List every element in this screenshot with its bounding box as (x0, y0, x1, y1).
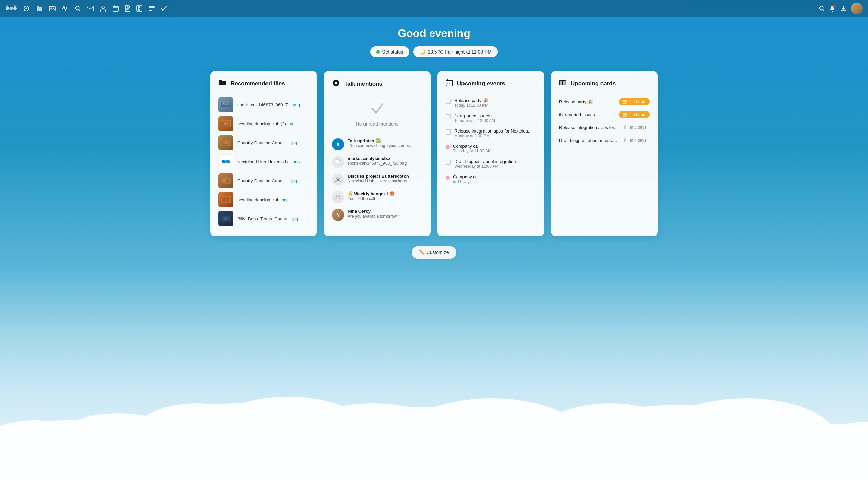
calendar-icon[interactable] (113, 5, 119, 12)
event-checkbox-2[interactable] (446, 114, 451, 119)
deck-icon[interactable] (136, 5, 142, 12)
events-icon (446, 79, 453, 88)
talk-msg-1: - You can now change your camer... (348, 143, 422, 148)
recommended-files-card: Recommended files sports-car-146873_960_… (210, 71, 317, 236)
event-dot-4 (446, 145, 450, 149)
file-item-6[interactable]: new line dancing club.jpg (218, 190, 309, 209)
svg-point-58 (224, 217, 228, 220)
svg-rect-15 (526, 454, 831, 488)
file-item-3[interactable]: Country-Dancing-Arthur_....jpg (218, 133, 309, 152)
event-content-1: Release party 🎉 Today at 11:00 PM (454, 98, 488, 108)
talk-avatar-4 (332, 191, 344, 203)
event-time-4: Tuesday at 11:00 AM (453, 149, 491, 154)
event-item-4[interactable]: Company call Tuesday at 11:00 AM (446, 141, 536, 156)
recommended-files-header: Recommended files (218, 79, 309, 88)
event-item-1[interactable]: Release party 🎉 Today at 11:00 PM (446, 95, 536, 110)
talk-avatar-3 (332, 174, 344, 186)
set-status-button[interactable]: Set status (370, 46, 409, 57)
svg-point-63 (337, 177, 339, 180)
upcoming-cards-card: Upcoming cards Release party 🎉 in 4 hour… (551, 71, 658, 236)
svg-point-6 (203, 396, 373, 478)
event-item-5[interactable]: Draft blogpost about integration Wednesd… (446, 156, 536, 171)
event-content-4: Company call Tuesday at 11:00 AM (453, 144, 491, 154)
svg-point-8 (298, 407, 570, 488)
file-item-5[interactable]: Country-Dancing-Arthur_....jpg (218, 171, 309, 190)
contacts-icon[interactable] (100, 5, 106, 12)
weather-icon: 🌙 (419, 49, 425, 55)
weather-button[interactable]: 🌙 13.5 °C Fair night at 11:00 PM (413, 46, 497, 57)
search-icon[interactable] (75, 5, 81, 12)
card-item-3[interactable]: Release integration apps for... in 3 day… (559, 121, 650, 134)
status-bar: Set status 🌙 13.5 °C Fair night at 11:00… (370, 46, 498, 57)
event-content-5: Draft blogpost about integration Wednesd… (454, 159, 516, 169)
card-item-2[interactable]: fix reported issues in 5 hours (559, 108, 650, 121)
event-name-6: Company call (453, 174, 480, 179)
weather-label: 13.5 °C Fair night at 11:00 PM (428, 49, 491, 55)
svg-rect-34 (139, 9, 142, 11)
event-time-3: Monday at 2:00 PM (454, 134, 532, 138)
talk-content-4: 👋 Weekly hangout 🤩 You left the call (348, 191, 422, 201)
file-item-4[interactable]: Nextcloud Hub Linkedin b....png (218, 152, 309, 171)
download-icon[interactable] (840, 5, 846, 12)
svg-rect-26 (49, 6, 55, 11)
talk-item-4[interactable]: 👋 Weekly hangout 🤩 You left the call (332, 188, 422, 206)
file-name-5: Country-Dancing-Arthur_....jpg (237, 178, 297, 183)
photos-icon[interactable] (49, 5, 56, 12)
event-name-2: fix reported issues (454, 113, 495, 118)
event-checkbox-3[interactable] (446, 129, 451, 135)
event-checkbox-5[interactable] (446, 160, 451, 165)
notes-icon[interactable] (125, 5, 130, 12)
user-avatar[interactable] (851, 3, 863, 14)
svg-rect-55 (222, 197, 230, 202)
card-badge-3: in 3 days (621, 124, 650, 131)
talk-item-1[interactable]: Talk updates ✅ - You can now change your… (332, 136, 422, 153)
badge-label-4: in 4 days (630, 138, 646, 143)
upcoming-cards-title: Upcoming cards (571, 80, 616, 87)
event-time-1: Today at 11:00 PM (454, 103, 488, 108)
files-icon[interactable] (36, 5, 43, 12)
topbar (0, 0, 868, 17)
file-item-2[interactable]: new line dancing club (2).jpg (218, 114, 309, 133)
checkmark-indicator (371, 103, 384, 118)
card-badge-4: in 4 days (621, 137, 650, 144)
file-item-1[interactable]: sports-car-146873_960_7....png (218, 95, 309, 114)
checkmark-icon[interactable] (161, 6, 167, 11)
svg-rect-71 (563, 81, 566, 83)
event-item-2[interactable]: fix reported issues Tomorrow at 12:00 AM (446, 110, 536, 126)
notifications-icon[interactable] (829, 5, 835, 12)
card-item-1[interactable]: Release party 🎉 in 4 hours (559, 95, 650, 108)
svg-rect-72 (563, 83, 566, 85)
talk-item-5[interactable]: N Nina Cercy Are you available tomorrow? (332, 206, 422, 224)
global-search-icon[interactable] (818, 5, 825, 12)
talk-mentions-header: Talk mentions (332, 79, 422, 89)
svg-point-5 (129, 403, 264, 478)
svg-rect-33 (139, 6, 142, 8)
svg-point-25 (26, 8, 27, 9)
event-content-6: Company call in 11 days (453, 174, 480, 184)
upcoming-events-title: Upcoming events (457, 80, 505, 87)
talk-msg-2: sports-car-146873_960_720.png (348, 161, 422, 166)
tasks-icon[interactable] (149, 6, 155, 11)
talk-name-5: Nina Cercy (348, 209, 422, 214)
svg-rect-7 (102, 451, 373, 488)
talk-name-4: 👋 Weekly hangout 🤩 (348, 191, 422, 196)
activity-icon[interactable] (62, 5, 68, 12)
talk-msg-5: Are you available tomorrow? (348, 214, 422, 219)
file-item-7[interactable]: Billy_Bobs_Texas_Countr....jpg (218, 209, 309, 228)
event-item-3[interactable]: Release integration apps for Nextclou...… (446, 126, 536, 141)
card-item-4[interactable]: Draft blogpost about integra... in 4 day… (559, 134, 650, 147)
upcoming-events-header: Upcoming events (446, 79, 536, 88)
svg-rect-31 (113, 6, 118, 11)
talk-item-3[interactable]: Discuss project Butterscotch Nextcloud H… (332, 171, 422, 188)
event-name-1: Release party 🎉 (454, 98, 488, 103)
badge-label-1: in 4 hours (628, 99, 646, 104)
mail-icon[interactable] (87, 6, 94, 11)
nextcloud-logo[interactable] (5, 5, 17, 12)
event-checkbox-1[interactable] (446, 99, 451, 104)
event-item-6[interactable]: Company call in 11 days (446, 171, 536, 187)
dashboard-icon[interactable] (23, 5, 30, 12)
svg-point-52 (222, 179, 226, 182)
talk-item-2[interactable]: 📄 market analysis.xlsx sports-car-146873… (332, 153, 422, 171)
svg-rect-70 (560, 81, 562, 85)
customize-button[interactable]: ✏️ Customize (412, 246, 456, 259)
